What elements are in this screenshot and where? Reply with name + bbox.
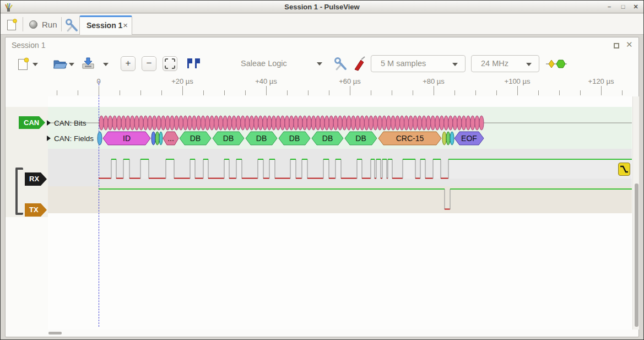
ruler-tick [454,90,455,95]
decoder-row-background [48,107,632,149]
horizontal-scrollbar-thumb[interactable] [48,332,62,334]
can-bits-expander-icon[interactable] [47,120,51,126]
save-dropdown-caret[interactable] [103,63,109,66]
close-icon[interactable]: ✕ [631,2,641,12]
vertical-scrollbar-thumb[interactable] [635,184,638,327]
trigger-flags-icon[interactable] [186,58,203,69]
can-fields-row-label[interactable]: CAN: Fields [54,134,94,143]
new-file-dropdown-caret[interactable] [33,63,38,66]
rx-row-background [48,149,632,186]
sample-count-select[interactable]: 5 M samples [371,55,466,72]
sample-count-value: 5 M samples [381,59,426,68]
ruler-tick [203,90,204,95]
ruler-tick [413,90,413,95]
ruler-tick [161,90,162,95]
ruler-tick [580,90,581,95]
ruler-tick [601,86,602,95]
sample-count-caret [452,63,458,66]
ruler-tick [350,86,350,95]
window-title: Session 1 - PulseView [1,3,643,11]
minimize-icon[interactable]: – [604,2,614,12]
ruler-tick [224,90,225,95]
session-window-title: Session 1 [12,41,45,50]
ruler-tick [475,90,476,95]
ruler-tick [182,86,183,95]
ruler-tick [245,90,246,95]
device-dropdown-caret[interactable] [317,62,322,66]
sample-rate-caret [526,63,532,66]
ruler-label: +120 µs [588,77,614,85]
ruler-label: +40 µs [255,77,277,85]
main-toolbar: Run Session 1 × [1,14,643,35]
ruler-tick [622,90,623,95]
channel-group-bracket [15,168,23,215]
can-fields-expander-icon[interactable] [47,136,51,141]
ruler-tick [538,90,539,95]
ruler-label: +80 µs [423,77,445,85]
add-decoder-icon[interactable] [546,59,567,69]
settings-tools-icon[interactable] [64,18,79,33]
ruler-tick [287,90,288,95]
probe-icon[interactable] [353,56,366,71]
zoom-in-button[interactable]: + [121,56,136,71]
ruler-tick [78,90,78,95]
save-icon[interactable] [81,57,95,69]
run-icon [29,20,37,29]
zoom-fit-button[interactable] [163,56,177,71]
device-selector[interactable]: Saleae Logic [241,59,287,68]
ruler-tick [392,90,392,95]
falling-edge-trigger-icon[interactable] [618,163,630,176]
ruler-tick [496,90,497,95]
trigger-marker-line [99,81,99,327]
dock-close-icon[interactable]: ✕ [626,40,633,50]
device-config-tools-icon[interactable] [333,57,348,71]
ruler-tick [517,86,518,95]
ruler-label: +20 µs [171,77,193,85]
toolbar-separator [23,17,23,31]
tab-session-1[interactable]: Session 1 × [79,15,132,35]
sample-rate-select[interactable]: 24 MHz [471,55,539,72]
toolbar-separator [61,17,62,31]
ruler-tick [434,86,434,95]
new-session-icon[interactable] [6,18,17,31]
open-icon[interactable] [53,58,68,69]
ruler-tick [99,86,99,95]
ruler-tick [371,90,371,95]
titlebar: Session 1 - PulseView – □ ✕ [1,1,643,13]
ruler-tick [308,90,309,95]
tx-row-background [48,186,632,213]
ruler-tick [559,90,560,95]
can-bits-row-label[interactable]: CAN: Bits [54,119,86,127]
tab-close-icon[interactable]: × [123,20,128,30]
ruler-tick [266,86,267,95]
tab-label: Session 1 [86,21,122,30]
sample-rate-value: 24 MHz [481,59,508,68]
ruler-tick [140,90,141,95]
open-dropdown-caret[interactable] [69,63,74,66]
dock-restore-icon[interactable] [614,43,619,48]
ruler-tick [57,90,57,95]
ruler-label: +60 µs [339,77,361,85]
new-file-icon[interactable] [17,57,29,71]
ruler-label: +100 µs [505,77,531,85]
ruler-label: 0 [96,77,100,85]
maximize-icon[interactable]: □ [618,2,628,12]
run-button[interactable]: Run [27,18,61,32]
ruler-tick [329,90,329,95]
pulseview-window: Session 1 - PulseView – □ ✕ Run Session … [0,0,644,340]
zoom-out-button[interactable]: − [142,56,156,71]
run-label: Run [42,20,57,29]
ruler-tick [120,90,120,95]
